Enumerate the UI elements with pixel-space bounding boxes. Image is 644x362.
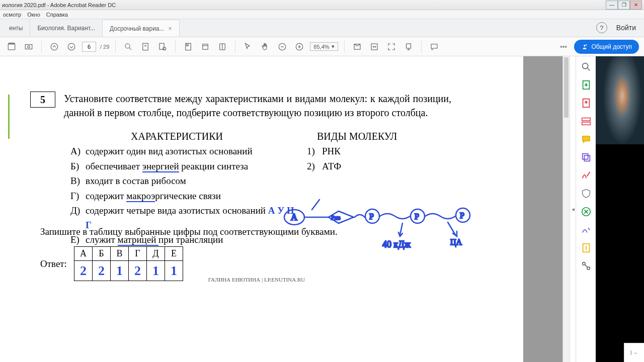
tab-doc-0[interactable]: Биология. Вариант... <box>30 20 103 37</box>
svg-point-3 <box>28 45 30 48</box>
menu-view[interactable]: осмотр <box>3 12 21 18</box>
sign-icon[interactable] <box>581 170 592 181</box>
molecule-types-list: 1)РНК 2)АТФ <box>307 144 341 174</box>
read-aloud-icon[interactable] <box>402 40 415 53</box>
svg-rect-16 <box>406 44 411 48</box>
rotate-icon[interactable] <box>199 40 212 53</box>
expand-sidebar-icon[interactable]: I→ <box>624 343 644 362</box>
hand-icon[interactable] <box>259 40 272 53</box>
screenshot-icon[interactable] <box>22 40 35 53</box>
collapse-sidebar-icon[interactable]: ◂ <box>570 56 576 362</box>
svg-point-5 <box>68 43 75 50</box>
thumbnail-panel[interactable] <box>523 56 570 362</box>
svg-rect-37 <box>582 122 590 125</box>
more-tools-icon[interactable] <box>581 260 592 272</box>
fullscreen-icon[interactable] <box>385 40 398 53</box>
fill-sign-icon[interactable] <box>581 224 592 235</box>
main-area: 5 Установите соответствие между характер… <box>0 56 644 362</box>
document-view[interactable]: 5 Установите соответствие между характер… <box>0 56 523 362</box>
toolbar: / 29 85,4% ▾ Общий доступ <box>0 37 644 56</box>
svg-point-33 <box>582 63 588 69</box>
svg-point-18 <box>563 46 564 47</box>
combine-icon[interactable] <box>581 152 592 163</box>
svg-rect-39 <box>584 155 590 161</box>
menu-window[interactable]: Окно <box>27 12 40 18</box>
export-pdf-icon[interactable] <box>581 79 592 90</box>
menu-help[interactable]: Справка <box>46 12 68 18</box>
page-footer: ГАЛИНА ЕНЮТИНА | LP.ENUTINA.RU <box>0 275 513 285</box>
zoom-out-icon[interactable] <box>276 40 289 53</box>
menubar: осмотр Окно Справка <box>0 10 644 19</box>
close-button[interactable]: ✕ <box>630 1 642 10</box>
question-number: 5 <box>30 92 55 108</box>
window-title: иология 2020.pdf - Adobe Acrobat Reader … <box>2 2 606 8</box>
margin-highlight <box>8 95 10 139</box>
svg-rect-7 <box>143 43 148 50</box>
webcam-panel <box>596 56 644 362</box>
measure-icon[interactable] <box>216 40 229 53</box>
webcam-video <box>596 56 644 144</box>
svg-point-21 <box>586 44 587 45</box>
svg-point-4 <box>51 43 58 50</box>
sidebar-icon[interactable] <box>5 40 18 53</box>
question-text: Установите соответствие между характерис… <box>64 92 451 120</box>
tabbar: енты Биология. Вариант... Досрочный вари… <box>0 19 644 37</box>
svg-point-20 <box>584 44 586 46</box>
fit-width-icon[interactable] <box>368 40 381 53</box>
create-pdf-icon[interactable] <box>581 98 592 109</box>
right-tool-rail <box>576 56 596 362</box>
share-icon <box>581 43 588 50</box>
svg-rect-0 <box>8 44 15 50</box>
page-up-icon[interactable] <box>48 40 61 53</box>
tab-home[interactable]: енты <box>2 20 30 37</box>
col-a-header: ХАРАКТЕРИСТИКИ <box>131 129 223 144</box>
maximize-button[interactable]: ❐ <box>618 1 630 10</box>
page-down-icon[interactable] <box>65 40 78 53</box>
svg-rect-38 <box>582 154 588 159</box>
read-mode-icon[interactable] <box>351 40 364 53</box>
edit-pdf-icon[interactable] <box>581 116 592 127</box>
page-input[interactable] <box>82 42 96 52</box>
bookmark-icon[interactable] <box>182 40 195 53</box>
scrollbar[interactable] <box>562 56 570 362</box>
svg-rect-36 <box>582 118 590 121</box>
select-icon[interactable] <box>242 40 255 53</box>
svg-point-17 <box>561 46 562 47</box>
tab-doc-1[interactable]: Досрочный вариа...× <box>103 20 180 37</box>
close-tab-icon[interactable]: × <box>169 25 172 32</box>
svg-rect-2 <box>25 44 32 49</box>
more-icon[interactable] <box>557 40 570 53</box>
col-b-header: ВИДЫ МОЛЕКУЛ <box>317 129 397 144</box>
search-tool-icon[interactable] <box>581 61 592 72</box>
zoom-dropdown[interactable]: 85,4% ▾ <box>310 42 338 51</box>
login-link[interactable]: Войти <box>616 24 636 32</box>
comment-icon[interactable] <box>428 40 441 53</box>
chevron-down-icon: ▾ <box>332 43 335 50</box>
page-content: 5 Установите соответствие между характер… <box>0 56 523 285</box>
zoom-in-icon[interactable] <box>293 40 306 53</box>
find-icon[interactable] <box>122 40 135 53</box>
svg-rect-11 <box>203 44 208 49</box>
svg-point-9 <box>163 47 166 50</box>
fit-page-icon[interactable] <box>139 40 152 53</box>
find-text-icon[interactable] <box>156 40 169 53</box>
titlebar: иология 2020.pdf - Adobe Acrobat Reader … <box>0 0 644 10</box>
protect-icon[interactable] <box>581 188 592 199</box>
window-buttons: — ❐ ✕ <box>606 1 642 10</box>
help-icon[interactable]: ? <box>596 22 607 33</box>
convert-icon[interactable] <box>581 242 592 253</box>
svg-rect-8 <box>159 43 164 49</box>
page-total: / 29 <box>100 44 109 50</box>
comment-tool-icon[interactable] <box>581 134 592 145</box>
minimize-button[interactable]: — <box>606 1 618 10</box>
instruction-text: Запишите в таблицу выбранные цифры под с… <box>40 226 338 237</box>
scrollbar-thumb[interactable] <box>564 57 569 118</box>
svg-point-19 <box>566 46 567 47</box>
compress-icon[interactable] <box>581 206 592 217</box>
answer-label: Ответ: <box>40 258 67 269</box>
svg-point-6 <box>125 44 130 48</box>
share-button[interactable]: Общий доступ <box>574 40 639 54</box>
